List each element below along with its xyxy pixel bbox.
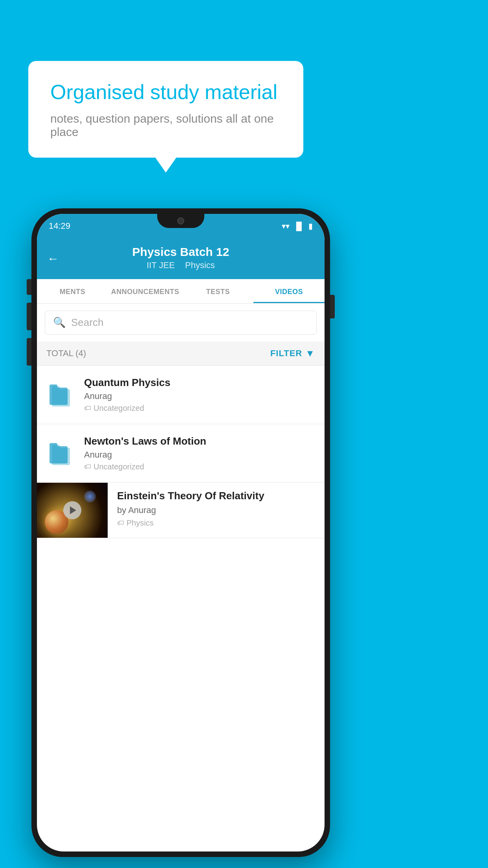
folder-icon-wrap bbox=[46, 379, 75, 410]
item-title: Newton's Laws of Motion bbox=[84, 435, 315, 447]
thumbnail-bg bbox=[37, 483, 108, 538]
speech-bubble-container: Organised study material notes, question… bbox=[28, 61, 303, 158]
folder-icon-wrap bbox=[46, 438, 75, 469]
phone-button-left-2 bbox=[27, 303, 31, 330]
play-button[interactable] bbox=[63, 501, 81, 519]
item-title: Einstein's Theory Of Relativity bbox=[117, 490, 315, 502]
phone-container: 14:29 ▾▾ ▐▌ ▮ ← Physics Batch 12 IIT JEE… bbox=[31, 208, 330, 857]
tag-icon: 🏷 bbox=[117, 519, 124, 527]
tag-icon: 🏷 bbox=[84, 463, 91, 471]
list-item[interactable]: Newton's Laws of Motion Anurag 🏷 Uncateg… bbox=[37, 424, 325, 483]
search-icon: 🔍 bbox=[53, 316, 66, 329]
filter-button[interactable]: FILTER ▼ bbox=[270, 348, 315, 359]
thumb-info: Einstein's Theory Of Relativity by Anura… bbox=[117, 483, 315, 535]
back-button[interactable]: ← bbox=[47, 252, 59, 265]
front-camera bbox=[177, 217, 184, 224]
tabs-bar: MENTS ANNOUNCEMENTS TESTS VIDEOS bbox=[37, 279, 325, 303]
notch bbox=[157, 214, 204, 228]
wifi-icon: ▾▾ bbox=[282, 221, 290, 231]
battery-icon: ▮ bbox=[308, 221, 313, 231]
batch-iit: IIT JEE bbox=[147, 260, 175, 270]
batch-title: Physics Batch 12 bbox=[49, 245, 313, 259]
item-info: Newton's Laws of Motion Anurag 🏷 Uncateg… bbox=[84, 435, 315, 471]
tag-label: Physics bbox=[127, 519, 154, 528]
app-header: ← Physics Batch 12 IIT JEE Physics bbox=[37, 238, 325, 279]
item-tag: 🏷 Uncategorized bbox=[84, 404, 315, 413]
signal-icon: ▐▌ bbox=[294, 222, 305, 231]
phone-button-left-1 bbox=[27, 279, 31, 295]
speech-bubble-subtitle: notes, question papers, solutions all at… bbox=[50, 112, 281, 139]
phone-outer: 14:29 ▾▾ ▐▌ ▮ ← Physics Batch 12 IIT JEE… bbox=[31, 208, 330, 857]
speech-bubble: Organised study material notes, question… bbox=[28, 61, 303, 158]
filter-label: FILTER bbox=[270, 348, 302, 359]
search-container: 🔍 Search bbox=[37, 303, 325, 342]
tab-tests[interactable]: TESTS bbox=[182, 279, 253, 303]
search-bar[interactable]: 🔍 Search bbox=[45, 311, 317, 335]
tag-label: Uncategorized bbox=[94, 404, 144, 413]
phone-screen: 14:29 ▾▾ ▐▌ ▮ ← Physics Batch 12 IIT JEE… bbox=[37, 214, 325, 851]
item-author: by Anurag bbox=[117, 505, 315, 515]
item-author: Anurag bbox=[84, 450, 315, 460]
phone-button-right bbox=[330, 295, 335, 318]
batch-subject: Physics bbox=[185, 260, 215, 270]
status-icons: ▾▾ ▐▌ ▮ bbox=[282, 221, 313, 231]
star-glow bbox=[84, 491, 96, 502]
item-author: Anurag bbox=[84, 391, 315, 401]
item-tag: 🏷 Physics bbox=[117, 519, 315, 528]
folder-front bbox=[50, 446, 68, 463]
phone-button-left-3 bbox=[27, 338, 31, 366]
item-info: Quantum Physics Anurag 🏷 Uncategorized bbox=[84, 377, 315, 413]
tag-icon: 🏷 bbox=[84, 404, 91, 412]
folder-icon bbox=[50, 383, 72, 406]
play-triangle-icon bbox=[70, 506, 76, 514]
status-time: 14:29 bbox=[49, 221, 70, 231]
item-title: Quantum Physics bbox=[84, 377, 315, 389]
thumbnail-wrap bbox=[37, 483, 108, 538]
filter-icon: ▼ bbox=[305, 348, 315, 359]
tab-videos[interactable]: VIDEOS bbox=[253, 279, 325, 303]
search-input[interactable]: Search bbox=[71, 316, 103, 329]
tab-ments[interactable]: MENTS bbox=[37, 279, 108, 303]
batch-subtitle: IIT JEE Physics bbox=[49, 260, 313, 270]
list-item[interactable]: Quantum Physics Anurag 🏷 Uncategorized bbox=[37, 366, 325, 424]
folder-icon bbox=[50, 441, 72, 465]
item-tag: 🏷 Uncategorized bbox=[84, 462, 315, 471]
filter-bar: TOTAL (4) FILTER ▼ bbox=[37, 342, 325, 366]
total-count: TOTAL (4) bbox=[46, 348, 86, 359]
tab-announcements[interactable]: ANNOUNCEMENTS bbox=[108, 279, 183, 303]
status-bar: 14:29 ▾▾ ▐▌ ▮ bbox=[37, 214, 325, 238]
speech-bubble-title: Organised study material bbox=[50, 80, 281, 104]
list-item-thumb[interactable]: Einstein's Theory Of Relativity by Anura… bbox=[37, 483, 325, 538]
folder-front bbox=[50, 388, 68, 405]
tag-label: Uncategorized bbox=[94, 462, 144, 471]
